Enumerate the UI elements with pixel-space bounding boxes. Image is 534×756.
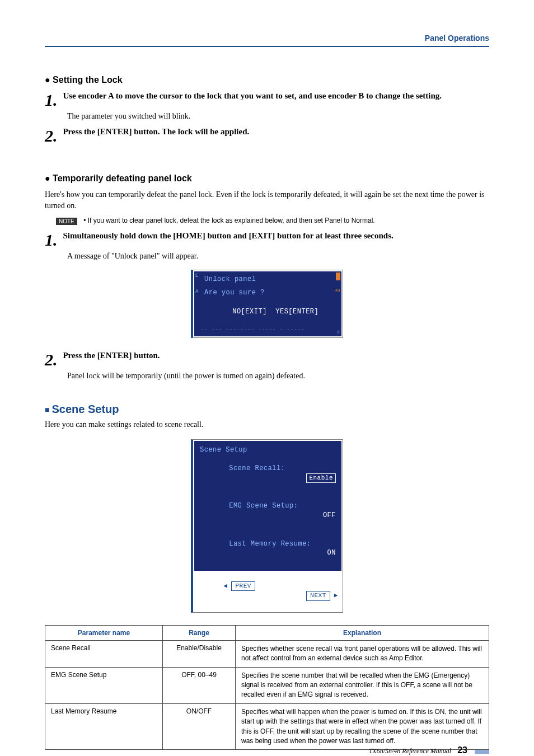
step-subtext: The parameter you switched will blink. <box>67 112 489 121</box>
step-number: 2. <box>45 126 60 145</box>
setlock-step-1: 1. Use encoder A to move the cursor to t… <box>45 91 489 110</box>
lcd-marker-e: E <box>195 273 199 280</box>
page-header-section: Panel Operations <box>45 34 489 43</box>
bullet-icon: ● <box>45 75 53 84</box>
step-number: 1. <box>45 231 60 250</box>
lcd2-row2-label: Last Memory Resume: <box>229 540 311 548</box>
temp-defeat-heading-text: Temporarily defeating panel lock <box>53 173 192 183</box>
square-icon: ■ <box>45 405 49 414</box>
cell-name: Scene Recall <box>45 640 163 667</box>
footer-tick-icon <box>475 750 489 754</box>
step-number: 1. <box>45 91 60 110</box>
lcd2-row0-value: Enable <box>306 473 336 483</box>
table-row: EMG Scene Setup OFF, 00–49 Specifies the… <box>45 667 489 703</box>
cell-expl: Specifies the scene number that will be … <box>236 667 489 703</box>
scene-setup-intro: Here you can make settings related to sc… <box>45 419 489 430</box>
lcd-marker-f: F <box>338 329 340 335</box>
scene-setup-heading-text: Scene Setup <box>51 403 119 415</box>
cell-expl: Specifies whether scene recall via front… <box>236 640 489 667</box>
table-row: Scene Recall Enable/Disable Specifies wh… <box>45 640 489 667</box>
lcd-line1: Unlock panel <box>204 275 256 283</box>
lcd-line2: Are you sure ? <box>199 288 337 298</box>
lcd2-row1-value: OFF <box>323 511 336 519</box>
cell-range: ON/OFF <box>163 703 236 750</box>
lcd-marker-a: A <box>195 288 199 295</box>
scene-setup-heading: ■Scene Setup <box>45 403 489 416</box>
th-explanation: Explanation <box>236 625 489 640</box>
lcd2-row2-value: ON <box>327 549 336 557</box>
step-title: Simultaneously hold down the [HOME] butt… <box>63 231 393 240</box>
lcd-scene-setup: Scene Setup Scene Recall: Enable EMG Sce… <box>191 439 343 613</box>
note-text: • If you want to clear panel lock, defea… <box>83 217 375 224</box>
parameter-table: Parameter name Range Explanation Scene R… <box>45 625 489 750</box>
setting-lock-heading-text: Setting the Lock <box>53 75 122 84</box>
lcd2-next-arrow: ▶ <box>330 592 338 599</box>
step-number: 2. <box>45 350 60 369</box>
cell-expl: Specifies what will happen when the powe… <box>236 703 489 750</box>
table-row: Last Memory Resume ON/OFF Specifies what… <box>45 703 489 750</box>
th-parameter-name: Parameter name <box>45 625 163 640</box>
th-range: Range <box>163 625 236 640</box>
lcd2-prev-arrow: ◀ <box>223 583 231 589</box>
lcd2-prev: PREV <box>231 581 255 591</box>
temp-defeat-heading: ● Temporarily defeating panel lock <box>45 173 489 184</box>
footer-manual-name: TX6n/5n/4n Reference Manual <box>369 747 452 755</box>
note-row: NOTE • If you want to clear panel lock, … <box>56 217 489 224</box>
lcd2-row0-label: Scene Recall: <box>229 464 285 472</box>
lcd2-row1-label: EMG Scene Setup: <box>229 502 298 510</box>
cell-range: OFF, 00–49 <box>163 667 236 703</box>
setting-lock-heading: ● Setting the Lock <box>45 75 489 85</box>
tempdef-step-2: 2. Press the [ENTER] button. <box>45 350 489 369</box>
step-subtext: Panel lock will be temporarily (until th… <box>67 372 489 381</box>
lcd-marker-db: DB <box>334 287 340 293</box>
setlock-step-2: 2. Press the [ENTER] button. The lock wi… <box>45 126 489 145</box>
lcd-marker-orange <box>336 273 340 280</box>
header-divider <box>45 46 489 47</box>
cell-range: Enable/Disable <box>163 640 236 667</box>
lcd-yes: YES[ENTER] <box>275 308 318 316</box>
lcd2-next: NEXT <box>306 591 330 600</box>
lcd-unlock-panel: E A DB F Unlock panel Are you sure ? NO[… <box>191 270 343 339</box>
lcd-no: NO[EXIT] <box>232 308 267 316</box>
step-subtext: A message of "Unlock panel" will appear. <box>67 252 489 261</box>
cell-name: EMG Scene Setup <box>45 667 163 703</box>
footer-page-number: 23 <box>457 745 467 755</box>
cell-name: Last Memory Resume <box>45 703 163 750</box>
step-title: Press the [ENTER] button. The lock will … <box>63 127 249 136</box>
lcd2-title: Scene Setup <box>200 445 336 455</box>
page-footer: TX6n/5n/4n Reference Manual 23 <box>369 745 489 755</box>
temp-defeat-intro: Here's how you can temporarily defeat th… <box>45 189 489 211</box>
tempdef-step-1: 1. Simultaneously hold down the [HOME] b… <box>45 231 489 250</box>
step-title: Use encoder A to move the cursor to the … <box>63 91 442 100</box>
table-header-row: Parameter name Range Explanation <box>45 625 489 640</box>
bullet-icon: ● <box>45 173 53 183</box>
step-title: Press the [ENTER] button. <box>63 351 160 360</box>
note-badge: NOTE <box>56 218 77 225</box>
lcd-dim-row: -- --- -------- ----- - ----- <box>199 326 337 334</box>
